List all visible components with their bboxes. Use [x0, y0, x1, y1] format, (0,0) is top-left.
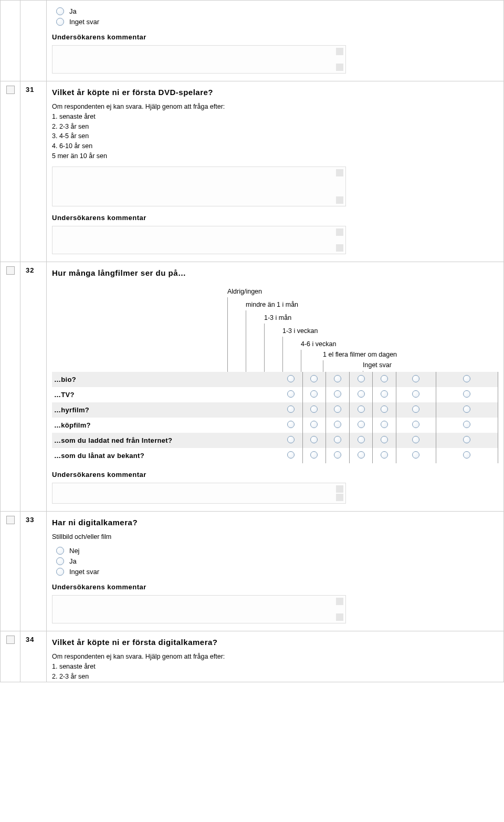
radio-label: Inget svar: [69, 18, 99, 26]
matrix-cell[interactable]: [436, 418, 498, 433]
matrix-cell[interactable]: [436, 387, 498, 402]
matrix-cell[interactable]: [302, 372, 326, 387]
matrix-cell[interactable]: [279, 402, 303, 418]
question-row-31: 31 Vilket år köpte ni er första DVD-spel…: [1, 81, 504, 262]
matrix-cell[interactable]: [349, 402, 373, 418]
matrix-cell[interactable]: [349, 433, 373, 448]
scroll-down-icon[interactable]: [336, 494, 343, 501]
matrix-cell[interactable]: [396, 448, 436, 463]
radio-icon: [334, 421, 341, 428]
matrix-cell[interactable]: [396, 387, 436, 402]
matrix-cell[interactable]: [396, 418, 436, 433]
matrix-cell[interactable]: [326, 402, 350, 418]
comment-textbox[interactable]: [52, 595, 346, 623]
matrix-cell[interactable]: [302, 433, 326, 448]
matrix-cell[interactable]: [436, 433, 498, 448]
question-checkbox[interactable]: [6, 636, 15, 644]
matrix-cell[interactable]: [349, 448, 373, 463]
comment-textbox[interactable]: [52, 226, 346, 254]
radio-icon: [56, 18, 64, 26]
col-header-6: Inget svar: [363, 361, 392, 369]
matrix-column-headers: Aldrig/ingen mindre än 1 i mån 1-3 i mån…: [52, 283, 498, 372]
scroll-up-icon[interactable]: [336, 48, 343, 55]
scroll-up-icon[interactable]: [336, 598, 343, 605]
radio-icon: [381, 375, 388, 382]
matrix-cell[interactable]: [396, 433, 436, 448]
radio-icon: [334, 436, 341, 443]
matrix-row-label: …bio?: [52, 372, 279, 387]
mark-cell: [1, 262, 20, 511]
matrix-cell[interactable]: [373, 402, 396, 418]
matrix-cell[interactable]: [396, 402, 436, 418]
question-number-cell: 32: [20, 262, 47, 511]
matrix-cell[interactable]: [349, 418, 373, 433]
scroll-up-icon[interactable]: [336, 169, 343, 176]
scroll-down-icon[interactable]: [336, 244, 343, 252]
radio-option-ja[interactable]: Ja: [56, 557, 498, 565]
scroll-up-icon[interactable]: [336, 485, 343, 493]
matrix-cell[interactable]: [373, 387, 396, 402]
answer-textbox[interactable]: [52, 167, 346, 206]
question-content: Har ni digitalkamera? Stillbild och/elle…: [47, 511, 504, 631]
scroll-down-icon[interactable]: [336, 64, 343, 71]
scroll-up-icon[interactable]: [336, 228, 343, 236]
matrix-cell[interactable]: [436, 372, 498, 387]
radio-label: Nej: [69, 547, 80, 555]
matrix-cell[interactable]: [279, 372, 303, 387]
matrix-row: …köpfilm?: [52, 418, 498, 433]
matrix-cell[interactable]: [302, 448, 326, 463]
question-content: Vilket år köpte ni er första digitalkame…: [47, 631, 504, 682]
radio-icon: [334, 390, 341, 398]
radio-option-ja[interactable]: Ja: [56, 7, 498, 15]
comment-label: Undersökarens kommentar: [52, 471, 498, 478]
radio-option-inget-svar[interactable]: Inget svar: [56, 18, 498, 26]
matrix-cell[interactable]: [326, 387, 350, 402]
radio-icon: [463, 390, 470, 398]
matrix-cell[interactable]: [302, 418, 326, 433]
comment-textbox[interactable]: [52, 483, 346, 504]
matrix-cell[interactable]: [349, 372, 373, 387]
radio-option-nej[interactable]: Nej: [56, 547, 498, 555]
matrix-cell[interactable]: [279, 433, 303, 448]
matrix-cell[interactable]: [279, 387, 303, 402]
comment-label: Undersökarens kommentar: [52, 583, 498, 591]
matrix-cell[interactable]: [326, 433, 350, 448]
matrix-cell[interactable]: [436, 448, 498, 463]
question-checkbox[interactable]: [6, 516, 15, 524]
question-checkbox[interactable]: [6, 86, 15, 94]
matrix-cell[interactable]: [396, 372, 436, 387]
matrix-cell[interactable]: [436, 402, 498, 418]
matrix-row: …som du laddat ned från Internet?: [52, 433, 498, 448]
question-title: Vilket år köpte ni er första digitalkame…: [52, 638, 498, 647]
question-title: Hur många långfilmer ser du på…: [52, 268, 498, 277]
matrix-row-label: …som du lånat av bekant?: [52, 448, 279, 463]
matrix-cell[interactable]: [302, 387, 326, 402]
question-title: Vilket år köpte ni er första DVD-spelare…: [52, 88, 498, 97]
radio-icon: [412, 451, 419, 459]
matrix-cell[interactable]: [373, 372, 396, 387]
radio-icon: [310, 436, 318, 443]
matrix-cell[interactable]: [326, 372, 350, 387]
matrix-cell[interactable]: [349, 387, 373, 402]
radio-option-inget-svar[interactable]: Inget svar: [56, 568, 498, 576]
matrix-cell[interactable]: [326, 448, 350, 463]
radio-icon: [463, 421, 470, 428]
scroll-down-icon[interactable]: [336, 613, 343, 621]
matrix-cell[interactable]: [326, 418, 350, 433]
matrix-cell[interactable]: [373, 448, 396, 463]
comment-textbox[interactable]: [52, 45, 346, 74]
question-row-33: 33 Har ni digitalkamera? Stillbild och/e…: [1, 511, 504, 631]
matrix-cell[interactable]: [279, 448, 303, 463]
mark-cell: [1, 631, 20, 682]
matrix-cell[interactable]: [279, 418, 303, 433]
scroll-down-icon[interactable]: [336, 196, 343, 204]
radio-label: Ja: [69, 7, 77, 15]
radio-label: Inget svar: [69, 568, 99, 576]
mark-cell: [1, 511, 20, 631]
radio-icon: [381, 436, 388, 443]
matrix-cell[interactable]: [302, 402, 326, 418]
matrix-cell[interactable]: [373, 433, 396, 448]
matrix-row: …som du lånat av bekant?: [52, 448, 498, 463]
question-checkbox[interactable]: [6, 266, 15, 275]
matrix-cell[interactable]: [373, 418, 396, 433]
